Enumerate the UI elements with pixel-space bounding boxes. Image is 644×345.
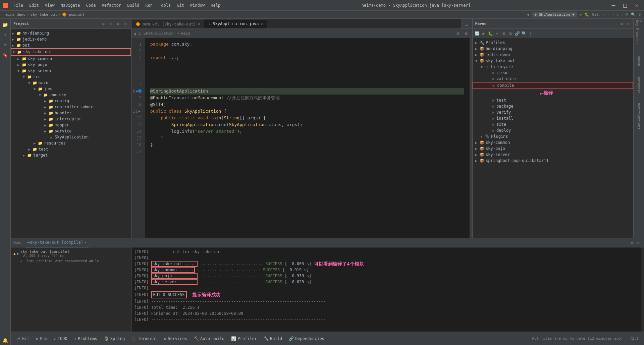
breadcrumb-file[interactable]: 🔶 pom.xml bbox=[62, 12, 85, 17]
maven-reload-icon[interactable]: 🔄 bbox=[474, 31, 480, 37]
run-close-icon[interactable]: ✕ bbox=[635, 240, 641, 246]
maven-link-icon[interactable]: 🔗 bbox=[514, 31, 520, 37]
maven-verify[interactable]: ▶ ⚙ verify bbox=[473, 109, 633, 115]
tab-spring[interactable]: 🍃 Spring bbox=[101, 335, 127, 342]
tab-services[interactable]: ⚙ Services bbox=[161, 335, 190, 342]
menu-run[interactable]: Run bbox=[143, 2, 155, 8]
menu-bar[interactable]: File Edit View Navigate Code Refactor Bu… bbox=[11, 2, 223, 8]
notifications-right-icon[interactable]: Notifications bbox=[636, 103, 642, 129]
menu-view[interactable]: View bbox=[42, 2, 57, 8]
list-item[interactable]: ▶ 📁 target bbox=[11, 152, 131, 158]
maximize-button[interactable]: □ bbox=[621, 1, 630, 9]
code-editor[interactable]: 1 2 3 4 5 6 7 8 ▶🔵 9 10 11 ▶ 12 13 14 bbox=[131, 38, 472, 238]
tab-dependencies[interactable]: 🔗 Dependencies bbox=[286, 335, 327, 342]
editor-settings-icon[interactable]: ⋯ bbox=[464, 22, 470, 28]
toolbar-debug-btn[interactable]: 🐛 bbox=[585, 12, 589, 17]
maven-install[interactable]: ▶ ⚙ install bbox=[473, 115, 633, 121]
list-item[interactable]: ▶ 📁 service bbox=[11, 128, 131, 134]
maven-search-icon[interactable]: 🔍 bbox=[521, 31, 527, 37]
maven-package[interactable]: ▶ ⚙ package bbox=[473, 103, 633, 109]
minimize-button[interactable]: — bbox=[609, 1, 618, 9]
list-item[interactable]: ▶ 📁 out bbox=[11, 42, 131, 48]
list-item[interactable]: ▲ ▶ sky-take-out [compile] At 202 3 sec,… bbox=[12, 249, 130, 258]
structure-icon[interactable]: ≡ bbox=[1, 40, 10, 50]
maven-debug-icon[interactable]: 🐛 bbox=[487, 31, 493, 37]
menu-build[interactable]: Build bbox=[124, 2, 142, 8]
list-item[interactable]: ▶ 📦 hm-dianping bbox=[473, 46, 633, 52]
project-sort-icon[interactable]: ↕ bbox=[108, 21, 114, 27]
tab-build[interactable]: 🔧 Build bbox=[261, 335, 285, 342]
bookmarks-icon[interactable]: 🔖 bbox=[1, 50, 10, 60]
toolbar-run-btn[interactable]: ▶ bbox=[580, 12, 582, 17]
tab-git[interactable]: ⎇ Git bbox=[13, 335, 32, 342]
menu-help[interactable]: Help bbox=[208, 2, 223, 8]
run-tab[interactable]: ▶ sky-take-out [compile] ✕ bbox=[25, 238, 90, 247]
list-item[interactable]: ▶ 📁 config bbox=[11, 98, 131, 104]
maven-clean[interactable]: ▶ ⚙ clean bbox=[473, 70, 633, 76]
maven-deploy[interactable]: ▶ ⚙ deploy bbox=[473, 127, 633, 133]
editor-scrollbar[interactable] bbox=[470, 38, 472, 238]
tab-problems[interactable]: ⚠ Problems bbox=[71, 335, 100, 342]
breadcrumb-module[interactable]: sky-take-out bbox=[31, 12, 57, 17]
run-settings-icon[interactable]: ⚙ bbox=[629, 240, 635, 246]
list-item[interactable]: ▶ 📁 sky-pojo bbox=[11, 62, 131, 68]
menu-file[interactable]: File bbox=[11, 2, 26, 8]
fold-icon[interactable]: ⊟ bbox=[455, 30, 462, 37]
list-item[interactable]: ▶ 📁 hm-dianping bbox=[11, 30, 131, 36]
list-item[interactable]: ▼ 📦 sky-take-out bbox=[473, 58, 633, 64]
list-item[interactable]: ▼ 📁 sky-server bbox=[11, 68, 131, 74]
list-item[interactable]: ▼ 📁 sky-take-out bbox=[11, 48, 131, 56]
maven-run-icon[interactable]: ▶ bbox=[481, 31, 487, 37]
menu-window[interactable]: Window bbox=[187, 2, 207, 8]
list-item[interactable]: ▶ 📁 jedis-demo bbox=[11, 36, 131, 42]
list-item[interactable]: ▶ 📦 sky-common bbox=[473, 139, 633, 146]
list-item[interactable]: ▼ 📁 com.sky bbox=[11, 92, 131, 98]
tab-sky-close[interactable]: ✕ bbox=[261, 22, 263, 26]
run-gutter-icon[interactable]: ▶🔵 bbox=[136, 88, 142, 95]
list-item[interactable]: ▶ 📁 mapper bbox=[11, 122, 131, 128]
list-item[interactable]: ▶ 📁 handler bbox=[11, 110, 131, 116]
list-item[interactable]: ▼ 📁 main bbox=[11, 80, 131, 86]
maven-expand-icon[interactable]: ⊞ bbox=[501, 31, 507, 37]
menu-code[interactable]: Code bbox=[84, 2, 99, 8]
list-item[interactable]: ▼ ⚡ Lifecycle bbox=[473, 64, 633, 70]
unfold-icon[interactable]: ⊞ bbox=[463, 30, 470, 37]
maven-test[interactable]: ▶ ⚙ test bbox=[473, 97, 633, 103]
list-item[interactable]: ▶ 📁 test bbox=[11, 146, 131, 152]
maven-close-icon[interactable]: ✕ bbox=[625, 21, 631, 27]
notifications-icon[interactable]: 🔔 bbox=[1, 336, 10, 345]
run-gutter-icon2[interactable]: ▶ bbox=[138, 108, 140, 115]
project-settings-icon[interactable]: ⚙ bbox=[115, 21, 121, 27]
list-item[interactable]: ▶ 📦 sky-server bbox=[473, 152, 633, 158]
toolbar-run-config[interactable]: ⚙ SkyApplication ▼ bbox=[532, 12, 577, 17]
tab-skyapplication[interactable]: ☕ SkyApplication.java ✕ bbox=[204, 19, 267, 28]
list-item[interactable]: ▶ 🔧 Profiles bbox=[473, 40, 633, 46]
list-item[interactable]: ▶ 📁 resources bbox=[11, 140, 131, 146]
maven-compile[interactable]: ▶ ⚙ compile bbox=[473, 82, 633, 89]
menu-git[interactable]: Git bbox=[174, 2, 187, 8]
maven-collapse-icon[interactable]: ⊟ bbox=[507, 31, 514, 37]
list-item[interactable]: ▶ ☕ SkyApplication bbox=[11, 134, 131, 140]
project-close-icon[interactable]: ✕ bbox=[122, 21, 128, 27]
maven-site[interactable]: ▶ ⚙ site bbox=[473, 121, 633, 127]
tab-terminal[interactable]: ⬛ Terminal bbox=[129, 335, 160, 342]
menu-tools[interactable]: Tools bbox=[156, 2, 173, 8]
code-content[interactable]: package com.sky; import ...; @SpringBoot… bbox=[145, 38, 470, 238]
tab-auto-build[interactable]: 🔨 Auto-build bbox=[191, 335, 227, 342]
breadcrumb-root[interactable]: heima-demo bbox=[3, 12, 25, 17]
maven-add-icon[interactable]: + bbox=[494, 31, 500, 37]
list-item[interactable]: ▶ 📁 sky-common bbox=[11, 56, 131, 62]
tab-run[interactable]: ▶ Run bbox=[34, 335, 50, 342]
toolbar-search[interactable]: 🔍 bbox=[631, 12, 636, 17]
list-item[interactable]: ▶ 🔌 Plugins bbox=[473, 133, 633, 139]
list-item[interactable]: ▶ 📦 jedis-demo bbox=[473, 52, 633, 58]
list-item[interactable]: ▶ 📁 controller.admin bbox=[11, 104, 131, 110]
project-icon[interactable]: 📁 bbox=[1, 20, 10, 30]
maven-validate[interactable]: ▶ ⚙ validate bbox=[473, 76, 633, 82]
commit-icon[interactable]: ↑ bbox=[1, 30, 10, 40]
run-tab-close[interactable]: ✕ bbox=[85, 240, 87, 244]
close-button[interactable]: ✕ bbox=[632, 1, 641, 9]
list-item[interactable]: ▶ 📦 springboot-aop-quickstart1 bbox=[473, 158, 633, 164]
menu-navigate[interactable]: Navigate bbox=[58, 2, 83, 8]
maven-more-icon[interactable]: ⋮ bbox=[528, 31, 534, 37]
